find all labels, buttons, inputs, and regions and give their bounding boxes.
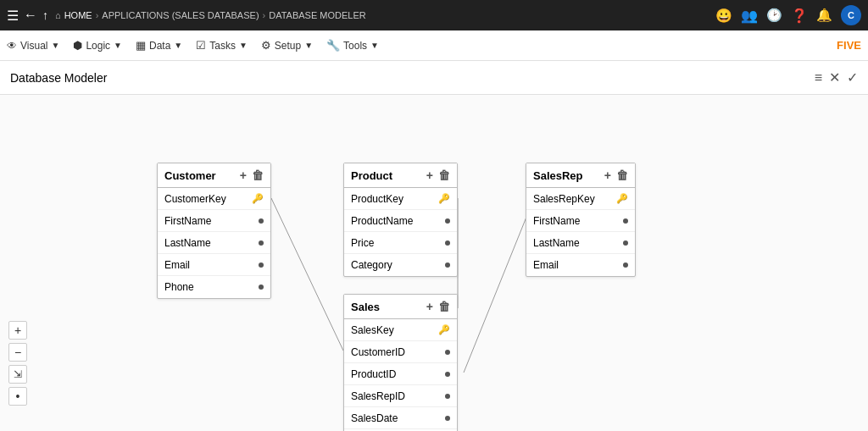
people-icon[interactable]: 👥	[741, 8, 758, 24]
sales-field-customerid: CustomerID	[344, 341, 457, 363]
customer-delete-icon[interactable]: 🗑	[252, 169, 264, 182]
logic-menu[interactable]: ⬢ Logic ▼	[73, 39, 122, 52]
saleskey-key-icon: 🔑	[438, 324, 450, 335]
tools-label: Tools	[343, 40, 367, 52]
salesrepkey-key-icon: 🔑	[616, 193, 628, 204]
customer-email-label: Email	[164, 259, 190, 271]
customer-add-icon[interactable]: +	[240, 169, 247, 182]
toolbar-right: FIVE	[837, 39, 861, 52]
sales-salesrepid-dot	[445, 394, 450, 399]
visual-icon: 👁	[7, 40, 17, 52]
sales-add-icon[interactable]: +	[426, 300, 433, 313]
help-icon[interactable]: ❓	[791, 8, 808, 24]
home-label[interactable]: HOME	[64, 10, 92, 20]
product-table: Product + 🗑 ProductKey 🔑 ProductName Pri…	[343, 163, 458, 277]
customer-field-customerkey: CustomerKey 🔑	[158, 188, 270, 210]
sales-salesdate-label: SalesDate	[351, 412, 398, 424]
product-add-icon[interactable]: +	[426, 169, 433, 182]
product-category-label: Category	[351, 259, 392, 271]
product-header-icons: + 🗑	[426, 169, 450, 182]
tasks-icon: ☑	[196, 39, 206, 52]
top-bar: ☰ ← ↑ ⌂ HOME › APPLICATIONS (SALES DATAB…	[0, 0, 868, 30]
five-logo: FIVE	[837, 39, 861, 52]
product-table-title: Product	[351, 169, 392, 182]
zoom-out-button[interactable]: −	[8, 343, 27, 362]
app-label[interactable]: APPLICATIONS (SALES DATABASE)	[102, 10, 259, 20]
visual-label: Visual	[20, 40, 47, 52]
product-productname-label: ProductName	[351, 215, 413, 227]
setup-arrow: ▼	[304, 41, 313, 50]
nav-icons: ☰ ← ↑	[7, 8, 48, 24]
sales-salesrepid-label: SalesRepID	[351, 390, 405, 402]
bell-icon[interactable]: 🔔	[816, 8, 832, 23]
list-icon[interactable]: ≡	[815, 70, 822, 86]
smiley-icon[interactable]: 😀	[715, 8, 732, 24]
customer-field-lastname: LastName	[158, 232, 270, 254]
product-price-dot	[445, 240, 450, 246]
tasks-arrow: ▼	[239, 41, 248, 50]
customer-table-header: Customer + 🗑	[158, 163, 270, 188]
customer-table: Customer + 🗑 CustomerKey 🔑 FirstName Las…	[157, 163, 271, 299]
svg-line-2	[464, 198, 534, 373]
check-icon[interactable]: ✓	[847, 69, 858, 86]
salesrep-firstname-label: FirstName	[533, 215, 580, 227]
customer-table-title: Customer	[164, 169, 216, 182]
sales-salesdate-dot	[445, 416, 450, 421]
zoom-dot-button[interactable]: •	[8, 387, 27, 406]
setup-icon: ⚙	[261, 39, 271, 52]
product-field-price: Price	[344, 232, 457, 254]
tools-icon: 🔧	[326, 39, 340, 52]
sales-field-salesrepid: SalesRepID	[344, 385, 457, 407]
sales-field-salesdate: SalesDate	[344, 407, 457, 429]
tasks-menu[interactable]: ☑ Tasks ▼	[196, 39, 248, 52]
zoom-in-button[interactable]: +	[8, 321, 27, 340]
customer-phone-dot	[259, 285, 264, 290]
product-table-header: Product + 🗑	[344, 163, 457, 188]
salesrep-add-icon[interactable]: +	[604, 169, 611, 182]
sales-customerid-dot	[445, 350, 450, 355]
sales-delete-icon[interactable]: 🗑	[438, 300, 450, 313]
data-arrow: ▼	[174, 41, 182, 50]
page-label: DATABASE MODELER	[269, 10, 366, 20]
customer-phone-label: Phone	[164, 281, 194, 293]
avatar[interactable]: C	[841, 5, 861, 25]
customer-field-firstname: FirstName	[158, 210, 270, 232]
canvas: Customer + 🗑 CustomerKey 🔑 FirstName Las…	[0, 95, 868, 431]
customerkey-key-icon: 🔑	[252, 193, 264, 204]
product-field-category: Category	[344, 254, 457, 276]
customer-field-phone: Phone	[158, 276, 270, 298]
zoom-fit-button[interactable]: ⇲	[8, 365, 27, 384]
sales-table-title: Sales	[351, 301, 380, 313]
tools-menu[interactable]: 🔧 Tools ▼	[326, 39, 379, 52]
sales-field-saleskey: SalesKey 🔑	[344, 319, 457, 341]
product-productname-dot	[445, 218, 450, 224]
sales-customerid-label: CustomerID	[351, 346, 405, 358]
data-icon: ▦	[136, 39, 146, 52]
sales-saleskey-label: SalesKey	[351, 324, 394, 336]
salesrep-lastname-dot	[623, 240, 628, 246]
logic-arrow: ▼	[114, 41, 122, 50]
customer-field-email: Email	[158, 254, 270, 276]
salesrep-table-title: SalesRep	[533, 169, 583, 182]
product-delete-icon[interactable]: 🗑	[438, 169, 450, 182]
salesrep-email-label: Email	[533, 259, 559, 271]
customer-lastname-label: LastName	[164, 237, 211, 249]
visual-menu[interactable]: 👁 Visual ▼	[7, 40, 59, 52]
customer-customerkey-label: CustomerKey	[164, 193, 226, 205]
salesrep-field-salesrepkey: SalesRepKey 🔑	[526, 188, 635, 210]
data-menu[interactable]: ▦ Data ▼	[136, 39, 182, 52]
setup-menu[interactable]: ⚙ Setup ▼	[261, 39, 313, 52]
close-icon[interactable]: ✕	[829, 69, 840, 86]
salesrep-field-email: Email	[526, 254, 635, 276]
customer-firstname-dot	[259, 218, 264, 224]
home-icon: ⌂	[55, 10, 61, 20]
up-icon[interactable]: ↑	[42, 8, 48, 22]
hamburger-icon[interactable]: ☰	[7, 8, 19, 24]
salesrep-delete-icon[interactable]: 🗑	[616, 169, 628, 182]
tasks-label: Tasks	[209, 40, 236, 52]
customer-firstname-label: FirstName	[164, 215, 211, 227]
back-icon[interactable]: ←	[24, 8, 37, 23]
history-icon[interactable]: 🕑	[766, 8, 782, 23]
sales-header-icons: + 🗑	[426, 300, 450, 313]
tools-arrow: ▼	[370, 41, 379, 50]
